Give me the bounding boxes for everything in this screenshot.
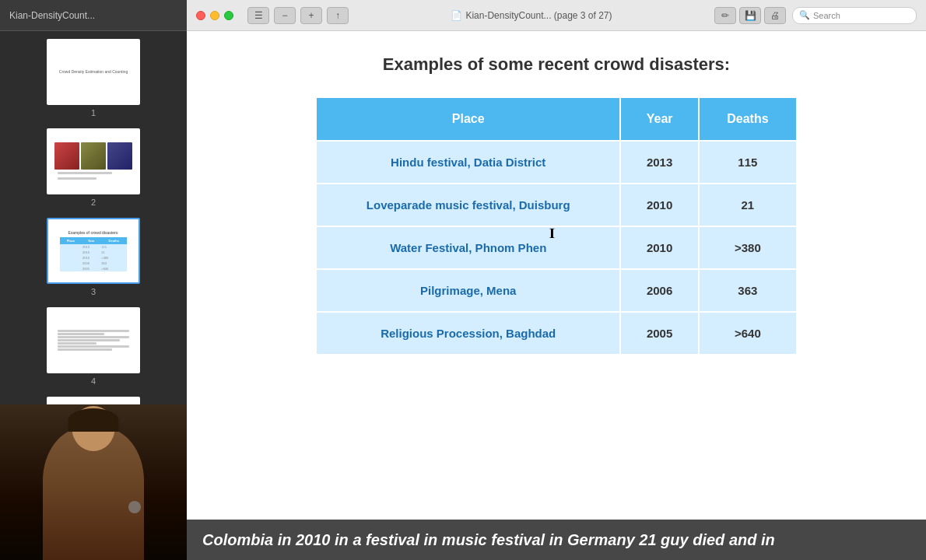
page-number-1: 1 [91, 108, 96, 117]
table-cell-deaths-2: >380 [699, 226, 797, 269]
table-header-year: Year [620, 97, 698, 141]
table-cell-year-1: 2010 [620, 184, 698, 226]
table-cell-year-3: 2006 [620, 269, 698, 312]
traffic-lights [196, 11, 233, 20]
print-button[interactable]: 🖨 [764, 7, 786, 24]
table-cell-deaths-3: 363 [699, 269, 797, 312]
thumb-title-3: Examples of crowd disasters: [68, 230, 118, 235]
table-cell-place-3: Pilgrimage, Mena [316, 269, 620, 312]
sidebar-filename: Kian-DensityCount... [9, 10, 95, 21]
search-box[interactable]: 🔍 Search [792, 7, 917, 24]
subtitles-bar: Colombia in 2010 in a festival in music … [187, 520, 926, 560]
table-row: Water Festival, Phnom Phen 2010 >380 [316, 226, 797, 269]
table-row: Religious Procession, Baghdad 2005 >640 [316, 312, 797, 355]
toolbar: ☰ − + ↑ [247, 7, 349, 24]
page-number-4: 4 [91, 376, 96, 386]
thumb-table-3: Place Year Deaths 2013115 201021 2010>38… [60, 237, 127, 271]
page-number-3: 3 [91, 287, 96, 296]
page-thumb-1[interactable]: Crowd Density Estimation and Counting 1 [8, 39, 179, 117]
zoom-out-button[interactable]: − [274, 7, 296, 24]
document-icon: 📄 [451, 10, 462, 21]
save-document-button[interactable]: 💾 [739, 7, 761, 24]
page-thumbnail-1[interactable]: Crowd Density Estimation and Counting [47, 39, 140, 105]
sidebar-header: Kian-DensityCount... [0, 0, 187, 31]
table-row: Hindu festival, Datia District 2013 115 [316, 141, 797, 184]
table-header-place: Place [316, 97, 620, 141]
share-button[interactable]: ↑ [327, 7, 349, 24]
table-row: Pilgrimage, Mena 2006 363 [316, 269, 797, 312]
table-cell-deaths-4: >640 [699, 312, 797, 355]
thumb-content-2 [51, 139, 135, 184]
thumb-text-1: Crowd Density Estimation and Counting [53, 63, 134, 81]
page-thumbnail-3[interactable]: Examples of crowd disasters: Place Year … [47, 218, 140, 284]
page-thumbnail-2[interactable] [47, 128, 140, 194]
table-header-deaths: Deaths [699, 97, 797, 141]
table-cell-place-1: Loveparade music festival, Duisburg [316, 184, 620, 226]
sidebar: Kian-DensityCount... Crowd Density Estim… [0, 0, 187, 560]
sidebar-toggle-button[interactable]: ☰ [247, 7, 269, 24]
page-thumb-4[interactable]: 4 [8, 307, 179, 386]
main-content: Examples of some recent crowd disasters:… [187, 31, 926, 560]
annotation-tools: ✏ 💾 🖨 [714, 7, 786, 24]
table-cell-place-4: Religious Procession, Baghdad [316, 312, 620, 355]
page-thumb-2[interactable]: 2 [8, 128, 179, 207]
main-window: ☰ − + ↑ 📄 Kian-DensityCount... (page 3 o… [187, 0, 926, 560]
table-cell-deaths-1: 21 [699, 184, 797, 226]
slide-title: Examples of some recent crowd disasters: [218, 54, 895, 75]
table-cell-place-2: Water Festival, Phnom Phen [316, 226, 620, 269]
page-thumbnail-4[interactable] [47, 307, 140, 373]
window-title-area: 📄 Kian-DensityCount... (page 3 of 27) [355, 10, 708, 21]
window-title: Kian-DensityCount... (page 3 of 27) [465, 10, 612, 21]
search-icon: 🔍 [799, 10, 810, 20]
zoom-in-button[interactable]: + [300, 7, 322, 24]
search-placeholder: Search [813, 11, 840, 20]
table-cell-deaths-0: 115 [699, 141, 797, 184]
page-thumb-3[interactable]: Examples of crowd disasters: Place Year … [8, 218, 179, 296]
page-number-2: 2 [91, 198, 96, 207]
table-cell-place-0: Hindu festival, Datia District [316, 141, 620, 184]
minimize-button[interactable] [210, 11, 219, 20]
pen-tool-button[interactable]: ✏ [714, 7, 736, 24]
webcam [0, 404, 187, 560]
webcam-video [0, 404, 187, 560]
table-cell-year-4: 2005 [620, 312, 698, 355]
table-cell-year-0: 2013 [620, 141, 698, 184]
slide-area: Examples of some recent crowd disasters:… [187, 31, 926, 520]
disaster-table: Place Year Deaths Hindu festival, Datia … [315, 96, 798, 355]
maximize-button[interactable] [224, 11, 233, 20]
close-button[interactable] [196, 11, 205, 20]
table-row: Loveparade music festival, Duisburg 2010… [316, 184, 797, 226]
titlebar: ☰ − + ↑ 📄 Kian-DensityCount... (page 3 o… [187, 0, 926, 31]
subtitle-text: Colombia in 2010 in a festival in music … [202, 529, 910, 551]
table-cell-year-2: 2010 [620, 226, 698, 269]
